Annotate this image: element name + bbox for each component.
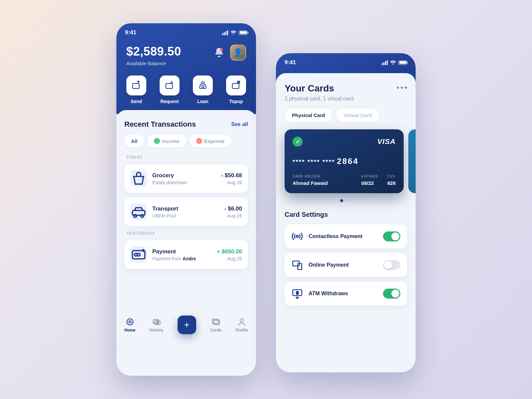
card-pagination [285,199,407,202]
send-icon [131,80,141,91]
recent-transactions-title: Recent Transactions [124,120,196,129]
add-button[interactable]: + [178,316,196,334]
tx-date: Aug 26 [224,213,242,218]
balance: $2,589.50 Available Balance [126,45,181,66]
see-all-link[interactable]: See all [231,121,248,127]
tx-amount: - $50.68 [221,172,242,179]
tx-subtitle: UBER Pool [152,213,219,218]
svg-point-7 [141,214,143,217]
transport-icon [130,203,147,220]
tx-title: Transport [152,205,219,212]
action-request[interactable]: Request [160,75,180,104]
request-icon [165,80,175,91]
tab-profile[interactable]: Profile [236,317,248,332]
payment-icon [130,246,147,263]
pill-physical[interactable]: Physical Card [285,108,332,122]
cards-content: Your Cards 2 physical card, 1 virtual ca… [276,73,416,362]
quick-actions: Send Request Loan Topup [116,68,256,104]
transaction-item[interactable]: Grocery Eataly downtown - $50.68 Aug 26 [124,164,248,193]
battery-icon [239,31,247,35]
svg-point-19 [296,235,298,237]
action-loan[interactable]: Loan [193,75,213,104]
svg-rect-21 [298,264,302,270]
more-button[interactable] [397,83,407,89]
svg-point-12 [129,321,131,323]
action-topup[interactable]: Topup [226,75,246,104]
card-type-tabs: Physical Card Virtual Card [285,108,407,122]
cvv-value: 826 [387,180,396,186]
visa-logo: VISA [377,137,396,146]
loan-icon [198,80,208,91]
toggle-online[interactable] [383,260,400,270]
toggle-contactless[interactable] [383,231,400,241]
svg-point-10 [137,253,140,256]
card-settings-title: Card Settings [285,211,407,218]
svg-point-6 [134,214,136,217]
group-yesterday: YESTERDAY [126,231,246,236]
battery-icon [398,61,407,65]
balance-label: Available Balance [126,61,181,66]
svg-text:$: $ [157,321,158,324]
credit-card[interactable]: ✓ VISA **** **** ****2864 CARD HOLDER Ah… [285,129,404,193]
action-label: Send [131,99,142,104]
tx-date: Aug 25 [217,256,242,261]
avatar[interactable]: 👤 [230,45,246,61]
transaction-item[interactable]: Payment Payment from Andre + $650.00 Aug… [124,240,248,269]
setting-label: Online Payment [309,262,378,268]
cellular-icon [382,60,388,65]
action-label: Loan [197,99,208,104]
pill-virtual[interactable]: Virtual Card [336,108,379,122]
status-indicators [382,60,407,65]
setting-label: ATM Withdraws [309,291,378,297]
svg-point-11 [127,319,133,325]
expires-value: 08/22 [361,180,378,186]
filter-income[interactable]: ↓Income [147,135,186,147]
setting-online: Online Payment [285,253,407,277]
svg-point-2 [201,85,204,88]
status-bar: 9:41 [276,53,416,68]
check-icon: ✓ [293,137,303,147]
notifications-button[interactable] [213,47,225,58]
tx-title: Grocery [152,172,216,179]
filter-all[interactable]: All [124,135,144,147]
tab-home[interactable]: Home [124,317,135,332]
tx-title: Payment [152,248,211,255]
setting-atm: $ ATM Withdraws [285,282,407,306]
balance-amount: $2,589.50 [126,45,181,59]
profile-icon [237,317,246,327]
cellular-icon [222,30,228,35]
tx-amount: - $6.00 [224,205,242,212]
action-label: Request [160,99,179,104]
status-time: 9:41 [285,59,296,66]
next-card-peek[interactable] [408,129,416,193]
income-icon: ↓ [154,138,160,144]
filter-expense[interactable]: ↑Expense [190,135,231,147]
cvv-label: CVV [387,175,396,178]
group-today: TODAY [126,155,246,160]
transaction-item[interactable]: Transport UBER Pool - $6.00 Aug 26 [124,198,248,226]
plus-icon: + [184,320,189,330]
notification-badge [220,48,223,51]
tx-subtitle: Eataly downtown [152,180,216,185]
phone-home: 9:41 $2,589.50 Available Balance 👤 [116,23,256,376]
tab-cards[interactable]: Cards [210,317,221,332]
setting-label: Contactless Payment [309,233,378,239]
wifi-icon [230,30,236,35]
action-send[interactable]: Send [126,75,146,104]
svg-rect-3 [232,83,239,88]
your-cards-subtitle: 2 physical card, 1 virtual card [285,96,353,102]
action-label: Topup [229,99,243,104]
svg-rect-1 [166,83,173,88]
atm-icon: $ [291,288,303,300]
holder-value: Ahmad Fawaid [293,180,352,186]
online-icon [291,259,303,271]
status-bar: 9:41 [116,23,256,39]
your-cards-title: Your Cards [285,83,353,94]
holder-label: CARD HOLDER [293,175,352,178]
svg-rect-0 [133,83,139,88]
phone-cards: 9:41 Your Cards 2 physical card, 1 virtu… [276,53,416,372]
toggle-atm[interactable] [383,289,400,299]
tab-history[interactable]: $ History [150,317,163,332]
transaction-filters: All ↓Income ↑Expense [124,135,248,147]
contactless-icon [291,230,303,242]
